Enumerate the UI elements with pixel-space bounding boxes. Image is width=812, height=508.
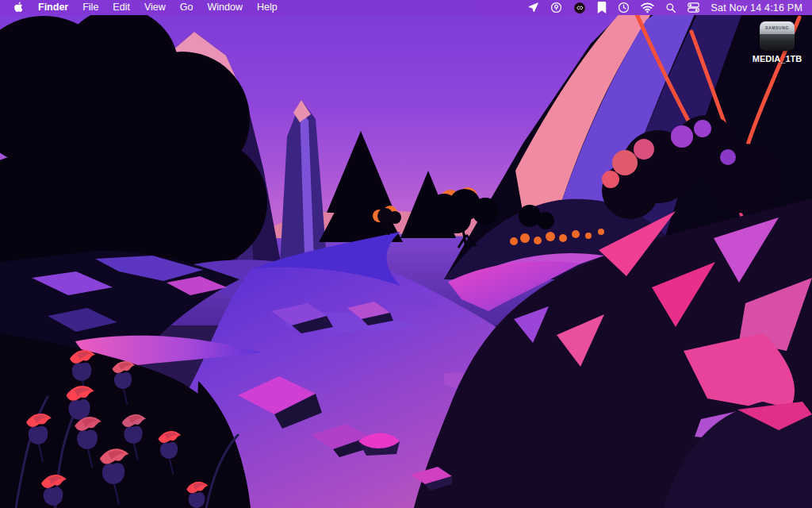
menu-edit[interactable]: Edit (105, 0, 137, 15)
location-status[interactable] (523, 0, 545, 15)
wifi-icon (641, 2, 654, 13)
onepassword-status[interactable] (545, 0, 568, 15)
menu-go[interactable]: Go (173, 0, 201, 15)
menu-finder[interactable]: Finder (31, 0, 75, 15)
spotlight-status[interactable] (660, 0, 682, 15)
desktop-icon-label: MEDIA_1TB (753, 54, 802, 64)
onepassword-icon (550, 2, 562, 13)
search-icon (665, 2, 676, 13)
creative-cloud-icon (573, 2, 586, 14)
creative-cloud-status[interactable] (568, 0, 592, 15)
desktop-wallpaper (0, 0, 812, 508)
menu-help[interactable]: Help (250, 0, 285, 15)
desktop-icon-media-1tb[interactable]: SAMSUNG MEDIA_1TB (749, 21, 806, 64)
drive-brand-text: SAMSUNG (765, 25, 789, 30)
apple-icon (13, 2, 23, 13)
menu-file[interactable]: File (75, 0, 105, 15)
menu-bar: Finder File Edit View Go Window Help (0, 0, 812, 15)
location-icon (528, 2, 539, 13)
bookmark-status[interactable] (592, 0, 612, 15)
control-center-icon (688, 2, 699, 13)
menu-window[interactable]: Window (200, 0, 249, 15)
bookmark-icon (597, 2, 607, 13)
time-machine-clock-icon (618, 2, 630, 13)
control-center-status[interactable] (682, 0, 705, 15)
menu-bar-clock[interactable]: Sat Nov 14 4:16 PM (705, 2, 804, 13)
apple-menu[interactable] (13, 2, 23, 13)
menu-view[interactable]: View (137, 0, 173, 15)
drive-body (760, 34, 795, 51)
time-machine-status[interactable] (612, 0, 635, 15)
external-drive-icon: SAMSUNG (760, 21, 795, 51)
wifi-status[interactable] (635, 0, 660, 15)
